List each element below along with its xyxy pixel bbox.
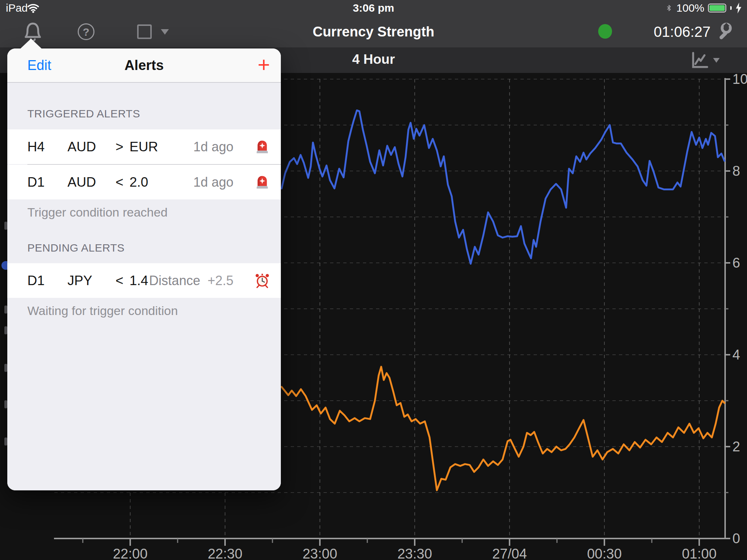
clipped-sidebar-fragment: [4, 400, 7, 408]
alert-operator: <: [109, 175, 129, 190]
clipped-sidebar-fragment: [4, 438, 7, 446]
countdown-timer: 01:06:27: [654, 16, 711, 47]
alert-timeframe: D1: [27, 273, 67, 288]
status-clock: 3:06 pm: [0, 0, 747, 16]
battery-icon: [708, 4, 726, 12]
alert-row-d1-aud-2[interactable]: D1 AUD < 2.0 1d ago: [7, 165, 281, 199]
alert-value: 2.0: [129, 175, 148, 190]
connection-status-dot: [598, 24, 612, 39]
alert-operator: <: [109, 273, 129, 288]
alert-currency: AUD: [67, 175, 109, 190]
battery-fill: [709, 5, 725, 11]
y-tick-label: 8: [732, 163, 740, 179]
top-toolbar: iPad 3:06 pm 100%: [0, 0, 747, 47]
section-footer: Trigger condition reached: [27, 205, 167, 219]
bluetooth-icon: [665, 3, 673, 13]
alert-timeframe: D1: [27, 175, 67, 190]
alerts-popover: Edit Alerts + TRIGGERED ALERTS H4 AUD > …: [7, 48, 281, 490]
popover-title: Alerts: [7, 48, 281, 82]
settings-button[interactable]: [713, 16, 734, 47]
chart-type-button[interactable]: [690, 50, 720, 70]
blue-series-line: [282, 110, 724, 264]
y-tick-label: 4: [732, 347, 740, 362]
clipped-sidebar-fragment: [4, 306, 7, 314]
pending-section-header-zone: Trigger condition reached PENDING ALERTS: [7, 199, 281, 263]
alarm-clock-icon: [254, 272, 271, 289]
triggered-section-header-zone: TRIGGERED ALERTS: [7, 83, 281, 129]
clipped-sidebar-fragment: [4, 326, 7, 334]
app-screen: 22:0022:3023:0023:3027/0400:3001:0002468…: [0, 0, 747, 560]
alert-row-h4-aud-eur[interactable]: H4 AUD > EUR 1d ago: [7, 129, 281, 164]
y-tick-label: 0: [732, 531, 740, 546]
waiting-footer-zone: Waiting for trigger condition: [7, 298, 281, 490]
status-right-cluster: 100%: [665, 0, 742, 16]
alert-value: EUR: [129, 139, 158, 155]
siren-icon: [254, 139, 271, 155]
alert-distance-value: +2.5: [208, 273, 233, 288]
clipped-sidebar-fragment: [4, 364, 7, 372]
wrench-icon: [714, 22, 733, 41]
section-header: PENDING ALERTS: [27, 242, 125, 254]
battery-percent-label: 100%: [676, 0, 704, 16]
alert-operator: >: [109, 139, 129, 155]
x-tick-label: 22:00: [113, 546, 147, 560]
x-tick-label: 27/04: [492, 546, 527, 560]
alert-distance-label: Distance: [149, 273, 200, 288]
x-tick-label: 23:00: [302, 546, 337, 560]
alert-row-d1-jpy-14[interactable]: D1 JPY < 1.4 Distance +2.5: [7, 263, 281, 298]
alert-age: 1d ago: [193, 139, 233, 155]
battery-nub: [730, 6, 732, 10]
x-tick-label: 00:30: [587, 546, 622, 560]
y-tick-label: 10: [732, 71, 747, 87]
x-tick-label: 01:00: [682, 546, 716, 560]
y-tick-label: 2: [732, 439, 740, 454]
section-footer: Waiting for trigger condition: [27, 304, 178, 318]
y-tick-label: 6: [732, 255, 740, 271]
siren-icon: [254, 174, 271, 191]
orange-series-line: [282, 367, 724, 490]
alert-age: 1d ago: [193, 175, 233, 190]
page-title: Currency Strength: [0, 16, 747, 47]
alert-value: 1.4: [129, 273, 148, 288]
alert-currency: JPY: [67, 273, 109, 288]
section-header: TRIGGERED ALERTS: [27, 108, 140, 120]
x-tick-label: 23:30: [397, 546, 432, 560]
alert-timeframe: H4: [27, 139, 67, 155]
popover-header: Edit Alerts +: [7, 48, 281, 83]
chevron-down-icon: [713, 58, 720, 63]
add-alert-button[interactable]: +: [258, 48, 270, 81]
alert-currency: AUD: [67, 139, 109, 155]
clipped-sidebar-fragment: [4, 222, 7, 230]
status-bar: iPad 3:06 pm 100%: [0, 0, 747, 16]
charging-bolt-icon: [735, 3, 742, 13]
chart-type-icon: [690, 50, 709, 70]
x-tick-label: 22:30: [208, 546, 242, 560]
